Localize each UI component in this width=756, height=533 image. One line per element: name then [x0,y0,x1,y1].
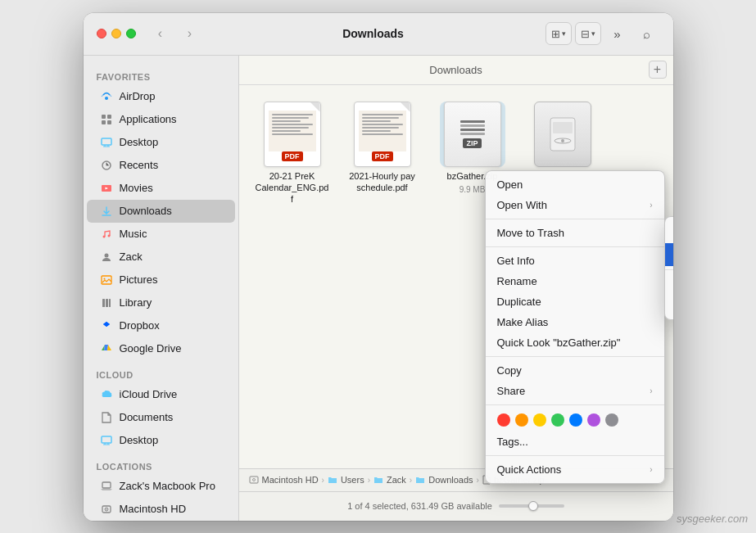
music-icon [100,228,113,241]
back-button[interactable]: ‹ [149,22,172,45]
list-item[interactable]: PDF 20-21 PreK Calendar_ENG.pdf [256,102,329,206]
icloud-drive-icon [100,388,113,401]
sidebar-item-library[interactable]: Library [87,291,235,314]
svg-rect-4 [107,120,111,124]
ctx-get-info-label: Get Info [497,255,535,267]
svg-rect-1 [102,115,106,119]
recents-label: Recents [120,159,159,171]
main-area: Favorites AirDrop [84,56,673,521]
icon-view-button[interactable]: ⊞ ▾ [545,22,572,45]
tag-red[interactable] [497,413,510,427]
ctx-move-to-trash[interactable]: Move to Trash [486,223,664,243]
zip-stripe [460,124,485,127]
sidebar-item-desktop[interactable]: Desktop [87,131,235,154]
ctx-open-label: Open [497,178,523,191]
path-arrow: › [322,476,324,485]
tag-yellow[interactable] [533,413,546,427]
sidebar-item-google-drive[interactable]: Google Drive [87,337,235,360]
slider-thumb[interactable] [528,501,538,511]
pdf-icon-wrap-2: PDF [350,102,415,167]
folder-path-icon [328,475,337,485]
sidebar-item-pictures[interactable]: Pictures [87,269,235,291]
zack-label: Zack [120,251,143,263]
disk-icon-wrap [530,102,595,167]
submenu-archive-utility[interactable]: 🗜 Archive Utility (default) [665,220,673,243]
path-item-hd[interactable]: Macintosh HD [249,475,319,485]
path-users-label: Users [341,475,364,485]
window-title: Downloads [208,27,539,40]
ctx-copy[interactable]: Copy [486,360,664,381]
macintosh-hd-label: Macintosh HD [120,503,187,515]
sidebar-item-zack[interactable]: Zack [87,246,235,269]
tag-gray[interactable] [605,413,618,427]
sidebar-item-macintosh-hd[interactable]: Macintosh HD [87,498,235,521]
path-item-users[interactable]: Users [328,475,364,485]
tag-orange[interactable] [515,413,528,427]
sidebar-item-applications[interactable]: Applications [87,108,235,131]
sidebar-item-dropbox[interactable]: Dropbox [87,314,235,337]
folder-title: Downloads [429,64,482,76]
sidebar-item-recents[interactable]: Recents [87,154,235,177]
ctx-sep-4 [486,404,664,405]
sidebar-item-desktop-icloud[interactable]: Desktop [87,429,235,452]
path-item-zack[interactable]: Zack [373,475,406,485]
list-item[interactable]: PDF 2021-Hourly pay schedule.pdf [346,102,419,206]
ctx-make-alias[interactable]: Make Alias [486,312,664,332]
path-zack-label: Zack [387,475,406,485]
zip-stripe [460,120,485,123]
ctx-open-with[interactable]: Open With › 🗜 Archive Utility (default) [486,195,664,215]
list-view-button[interactable]: ⊟ ▾ [575,22,601,45]
pdf-line [272,127,309,129]
svg-rect-3 [102,120,106,124]
ctx-get-info[interactable]: Get Info [486,251,664,271]
tag-green[interactable] [551,413,564,427]
ctx-open[interactable]: Open [486,174,664,195]
path-arrow-2: › [368,476,370,485]
icon-view-icon: ⊞ [551,28,560,40]
sidebar: Favorites AirDrop [84,56,239,521]
size-slider[interactable] [499,504,564,508]
ctx-share[interactable]: Share › [486,381,664,401]
downloads-icon [100,205,113,218]
search-button[interactable]: ⌕ [634,22,660,45]
path-arrow-4: › [477,476,479,485]
tag-purple[interactable] [587,413,600,427]
pdf-line [272,124,313,125]
ctx-rename[interactable]: Rename [486,271,664,291]
ctx-quick-actions[interactable]: Quick Actions › [486,459,664,480]
folder-path-icon-2 [373,475,383,485]
applications-label: Applications [120,113,177,125]
minimize-button[interactable] [111,29,121,38]
tag-blue[interactable] [569,413,582,427]
submenu-app-store[interactable]: App Store... [665,273,673,295]
pdf-line [362,127,399,129]
sidebar-item-airdrop[interactable]: AirDrop [87,85,235,108]
file-header: Downloads + [239,56,673,85]
google-drive-label: Google Drive [120,342,182,355]
ctx-tags[interactable]: Tags... [486,431,664,452]
ctx-quick-look[interactable]: Quick Look "bzGather.zip" [486,332,664,353]
sidebar-item-downloads[interactable]: Downloads [87,200,235,223]
sidebar-item-movies[interactable]: Movies [87,177,235,200]
path-item-downloads[interactable]: Downloads [415,475,473,485]
forward-button[interactable]: › [179,22,201,45]
more-views-button[interactable]: » [604,22,631,45]
svg-point-0 [105,97,108,100]
sidebar-item-macbook[interactable]: Zack's Macbook Pro [87,475,235,498]
path-hd-label: Macintosh HD [262,475,319,485]
add-tab-button[interactable]: + [649,61,667,79]
sidebar-item-documents[interactable]: Documents [87,406,235,429]
ctx-share-label: Share [497,385,526,397]
ctx-open-with-label: Open With [497,199,547,211]
svg-rect-5 [102,138,111,145]
svg-rect-24 [553,122,573,133]
sidebar-item-icloud-drive[interactable]: iCloud Drive [87,383,235,406]
submenu-the-unarchiver[interactable]: 📦 The Unarchiver [665,243,673,266]
ctx-duplicate[interactable]: Duplicate [486,291,664,312]
ctx-move-to-trash-label: Move to Trash [497,227,564,239]
sidebar-item-music[interactable]: Music [87,223,235,246]
svg-rect-14 [106,299,108,307]
maximize-button[interactable] [126,29,136,38]
close-button[interactable] [97,29,106,38]
submenu-other[interactable]: Other... [665,295,673,316]
